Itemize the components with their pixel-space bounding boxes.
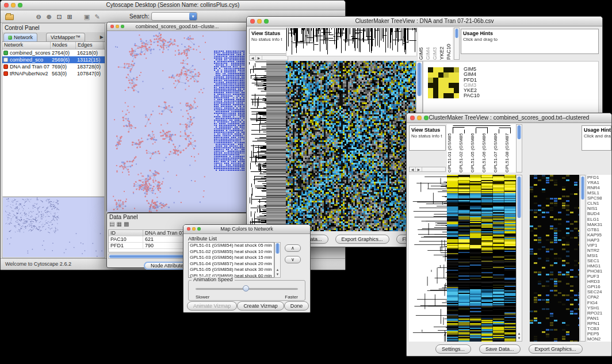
column-label[interactable]: GPL51-06 (GSM866) [481,133,493,173]
network-tree-row[interactable]: combined_scores 2764(0) 16218(0) [2,49,105,56]
column-label[interactable]: YKE2 [439,28,446,60]
scrollbar-thumb[interactable] [517,177,521,218]
dialog-button[interactable]: Create Vizmap [237,301,284,311]
network-tree-row[interactable]: tRNAPuberNov2 563(0) 107847(0) [2,70,105,77]
mini-hscrollbar[interactable]: ◀ ▶ [409,167,446,172]
list-vscrollbar[interactable]: ▲ ▼ [274,242,281,278]
header-vscrollbar[interactable] [454,28,460,60]
scrollbar-thumb[interactable] [455,29,458,38]
scroll-up-icon[interactable]: ▲ [275,268,280,272]
gene-strip-canvas[interactable] [266,61,286,231]
gene-label[interactable]: SEC1 [587,258,611,263]
network-view-titlebar[interactable]: combined_scores_good.txt--cluste... [107,22,247,31]
open-session-icon[interactable] [5,14,14,20]
gene-label[interactable]: CPA2 [587,294,611,300]
gene-label[interactable]: PHO81 [587,269,611,274]
search-input[interactable]: ▾ [151,12,197,21]
tab-overflow-icon[interactable]: ▶ [100,35,104,40]
column-label[interactable]: GPL51-07 (GSM868) [493,133,504,173]
scroll-down-icon[interactable]: ▼ [517,336,522,340]
header-vscrollbar[interactable] [516,124,522,173]
close-button[interactable] [4,3,9,7]
gene-label[interactable]: GPI16 [587,284,611,289]
column-label[interactable]: GIM4 [425,28,432,60]
tab-network[interactable]: Network [3,33,37,41]
gene-label[interactable]: RPN1 [587,321,611,326]
minimize-button[interactable] [116,25,119,28]
attribute-list[interactable]: GPL51-01 (GSM854) heat shock 05 minGPL51… [188,242,274,278]
row-dendrogram-canvas[interactable] [249,61,266,231]
gene-label[interactable]: PAC10 [464,93,480,98]
zoom-out-icon[interactable]: ⊖ [34,12,43,21]
gene-label[interactable]: PFD1 [587,175,611,180]
attribute-list-item[interactable]: GPL51-05 (GSM858) heat shock 30 min [189,267,274,273]
column-edges[interactable]: Edges [76,42,104,49]
gene-label[interactable]: VIP1 [587,243,611,248]
column-label[interactable]: GPL51-08 (GSM872) [504,133,516,173]
gene-label[interactable]: MSL1 [587,190,611,196]
gene-label[interactable]: RNR4 [587,185,611,190]
heatmap-canvas[interactable] [286,61,416,231]
treeview-combined-titlebar[interactable]: ClusterMaker TreeView : combined_scores_… [407,113,611,123]
move-down-button[interactable]: ∨ [285,256,301,263]
combo-arrow-icon[interactable]: ▾ [189,13,197,20]
move-up-button[interactable]: ∧ [285,244,301,252]
gene-label[interactable]: SEC24 [587,289,611,294]
zoom-fit-icon[interactable]: ⊡ [55,12,64,21]
column-dendrogram-canvas[interactable] [286,28,417,56]
dialog-titlebar[interactable]: Map Colors to Network [183,225,310,234]
gene-label[interactable]: MAK31 [587,222,611,227]
minimize-button[interactable] [192,227,196,231]
gene-label[interactable]: BUD4 [587,211,611,216]
minimize-button[interactable] [11,3,16,7]
zoom-selected-icon[interactable]: ⊞ [65,12,74,21]
column-label[interactable]: GPL51-02 (GSM855) [458,133,470,173]
gene-label[interactable]: NIS1 [587,206,611,211]
dialog-button[interactable]: Done [284,301,309,311]
column-network[interactable]: Network [2,42,51,49]
column-label[interactable]: GIM3 [432,28,439,60]
gene-label[interactable]: NTR2 [587,248,611,253]
attribute-list-item[interactable]: GPL51-04 (GSM857) heat shock 20 min [189,261,274,267]
close-button[interactable] [250,19,255,24]
scroll-down-icon[interactable]: ▼ [275,273,280,277]
gene-label[interactable]: HAP3 [587,237,611,243]
attribute-list-item[interactable]: GPL51-02 (GSM855) heat shock 10 min [189,249,274,255]
annotation-icon[interactable]: ✎ [93,12,102,21]
zoom-heatmap-canvas[interactable] [530,175,579,342]
scroll-left-icon[interactable]: ◀ [250,56,256,60]
minimize-button[interactable] [257,19,262,24]
column-id[interactable]: ID [109,230,143,236]
speed-slider-thumb[interactable] [243,285,249,292]
network-tree-row[interactable]: combined_sco 2569(6) 13112(15) [2,56,105,63]
network-overview-thumbnail[interactable] [3,197,104,257]
gene-label[interactable]: KAP95 [587,232,611,237]
column-label[interactable]: PAC10 [446,28,453,60]
gene-label[interactable]: PEP5 [587,331,611,336]
attribute-list-item[interactable]: GPL51-01 (GSM854) heat shock 05 min [189,243,274,249]
grid-icon[interactable]: ▦ [116,221,123,227]
column-label[interactable]: GPL51-01 (GSM854) [447,133,458,173]
minimize-button[interactable] [417,116,422,120]
scrollbar-thumb[interactable] [417,63,422,96]
column-dendrogram-canvas[interactable] [447,124,516,133]
column-nodes[interactable]: Nodes [51,42,76,49]
scroll-right-icon[interactable]: ▶ [256,56,262,60]
gene-label[interactable]: TCB3 [587,326,611,331]
gene-label[interactable]: YRA1 [587,180,611,185]
heatmap-canvas[interactable] [447,175,516,342]
heatmap-vscrollbar[interactable]: ▲ ▼ [516,175,522,342]
scrollbar-thumb[interactable] [276,243,280,254]
snapshot-icon[interactable]: ▣ [82,12,91,21]
column-label[interactable]: GIM5 [418,28,425,60]
close-button[interactable] [110,25,114,28]
gene-label[interactable]: HMG1 [587,263,611,269]
gene-label[interactable]: PAN1 [587,316,611,321]
gene-label[interactable]: ELG1 [587,217,611,222]
gene-label[interactable]: MON2 [587,336,611,342]
zoom-vscrollbar[interactable] [580,175,586,342]
column-label[interactable]: GPL51-05 (GSM865) [470,133,481,173]
mini-heatmap-canvas[interactable] [428,67,459,98]
gene-label[interactable]: GTB1 [587,227,611,232]
action-button[interactable]: Export Graphics... [529,344,583,354]
